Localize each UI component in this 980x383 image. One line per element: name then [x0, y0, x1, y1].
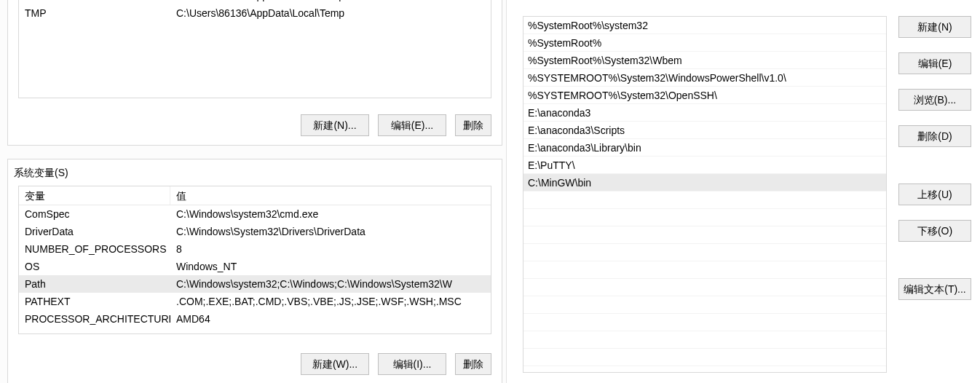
- table-row[interactable]: TMPC:\Users\86136\AppData\Local\Temp: [19, 4, 491, 22]
- path-moveup-button[interactable]: 上移(U): [898, 183, 971, 205]
- var-name: PATHEXT: [19, 293, 170, 310]
- table-row[interactable]: PROCESSOR_ARCHITECTUREAMD64: [19, 310, 491, 328]
- var-value: C:\Users\86136\AppData\Local\Temp: [170, 4, 491, 22]
- system-vars-header: 变量 值: [19, 186, 491, 205]
- path-new-button[interactable]: 新建(N): [898, 16, 971, 38]
- path-entries-list[interactable]: %SystemRoot%\system32%SystemRoot%%System…: [523, 16, 887, 373]
- path-browse-button[interactable]: 浏览(B)...: [898, 89, 971, 111]
- user-vars-panel: 变量 值 TEMPC:\Users\86136\AppData\Local\Te…: [7, 0, 502, 146]
- user-delete-button[interactable]: 删除: [455, 114, 491, 136]
- var-name: Path: [19, 275, 170, 293]
- table-row[interactable]: PathC:\Windows\system32;C:\Windows;C:\Wi…: [19, 275, 491, 293]
- var-name: NUMBER_OF_PROCESSORS: [19, 240, 170, 258]
- var-name: ComSpec: [19, 205, 170, 223]
- list-item[interactable]: E:\PuTTY\: [523, 157, 886, 174]
- path-edit-buttons: 新建(N) 编辑(E) 浏览(B)... 删除(D) 上移(U) 下移(O) 编…: [898, 16, 971, 315]
- var-name: OS: [19, 258, 170, 275]
- env-vars-window: 变量 值 TEMPC:\Users\86136\AppData\Local\Te…: [0, 0, 506, 383]
- var-value: C:\Windows\system32\cmd.exe: [170, 205, 491, 223]
- list-item[interactable]: %SYSTEMROOT%\System32\OpenSSH\: [523, 87, 886, 104]
- list-item-empty[interactable]: [523, 349, 886, 366]
- col-header-value[interactable]: 值: [170, 186, 491, 205]
- list-item[interactable]: %SYSTEMROOT%\System32\WindowsPowerShell\…: [523, 69, 886, 87]
- table-row[interactable]: ComSpecC:\Windows\system32\cmd.exe: [19, 205, 491, 223]
- var-name: DriverData: [19, 223, 170, 240]
- sys-new-button[interactable]: 新建(W)...: [301, 353, 369, 375]
- path-edit-button[interactable]: 编辑(E): [898, 52, 971, 74]
- var-name: TMP: [19, 4, 170, 22]
- list-item[interactable]: C:\MinGW\bin: [523, 174, 886, 192]
- list-item[interactable]: E:\anaconda3\Scripts: [523, 122, 886, 139]
- sys-delete-button[interactable]: 删除: [455, 353, 491, 375]
- list-item[interactable]: E:\anaconda3: [523, 104, 886, 122]
- var-value: .COM;.EXE;.BAT;.CMD;.VBS;.VBE;.JS;.JSE;.…: [170, 293, 491, 310]
- table-row[interactable]: OSWindows_NT: [19, 258, 491, 275]
- var-value: 8: [170, 240, 491, 258]
- path-edittext-button[interactable]: 编辑文本(T)...: [898, 278, 971, 300]
- list-item[interactable]: E:\anaconda3\Library\bin: [523, 139, 886, 157]
- system-vars-list[interactable]: 变量 值 ComSpecC:\Windows\system32\cmd.exeD…: [18, 186, 491, 334]
- system-vars-label: 系统变量(S): [14, 167, 68, 180]
- system-vars-buttons: 新建(W)... 编辑(I)... 删除: [301, 353, 491, 375]
- list-item-empty[interactable]: [523, 314, 886, 331]
- list-item-empty[interactable]: [523, 261, 886, 279]
- path-delete-button[interactable]: 删除(D): [898, 125, 971, 147]
- var-value: AMD64: [170, 310, 491, 328]
- user-new-button[interactable]: 新建(N)...: [301, 114, 369, 136]
- list-item[interactable]: %SystemRoot%\System32\Wbem: [523, 52, 886, 69]
- list-item-empty[interactable]: [523, 192, 886, 209]
- list-item[interactable]: %SystemRoot%: [523, 34, 886, 52]
- user-vars-list[interactable]: 变量 值 TEMPC:\Users\86136\AppData\Local\Te…: [18, 0, 491, 98]
- system-vars-panel: 系统变量(S) 变量 值 ComSpecC:\Windows\system32\…: [7, 159, 502, 383]
- path-movedown-button[interactable]: 下移(O): [898, 220, 971, 242]
- list-item-empty[interactable]: [523, 209, 886, 226]
- list-item-empty[interactable]: [523, 296, 886, 314]
- user-edit-button[interactable]: 编辑(E)...: [378, 114, 446, 136]
- table-row[interactable]: DriverDataC:\Windows\System32\Drivers\Dr…: [19, 223, 491, 240]
- var-value: Windows_NT: [170, 258, 491, 275]
- list-item-empty[interactable]: [523, 226, 886, 244]
- list-item-empty[interactable]: [523, 279, 886, 296]
- sys-edit-button[interactable]: 编辑(I)...: [378, 353, 446, 375]
- user-vars-buttons: 新建(N)... 编辑(E)... 删除: [301, 114, 491, 136]
- list-item[interactable]: %SystemRoot%\system32: [523, 17, 886, 34]
- edit-path-dialog: %SystemRoot%\system32%SystemRoot%%System…: [506, 0, 980, 383]
- var-name: PROCESSOR_ARCHITECTURE: [19, 310, 170, 328]
- table-row[interactable]: NUMBER_OF_PROCESSORS8: [19, 240, 491, 258]
- col-header-name[interactable]: 变量: [19, 186, 170, 205]
- table-row[interactable]: PATHEXT.COM;.EXE;.BAT;.CMD;.VBS;.VBE;.JS…: [19, 293, 491, 310]
- list-item-empty[interactable]: [523, 244, 886, 261]
- var-value: C:\Windows\System32\Drivers\DriverData: [170, 223, 491, 240]
- var-value: C:\Windows\system32;C:\Windows;C:\Window…: [170, 275, 491, 293]
- list-item-empty[interactable]: [523, 331, 886, 349]
